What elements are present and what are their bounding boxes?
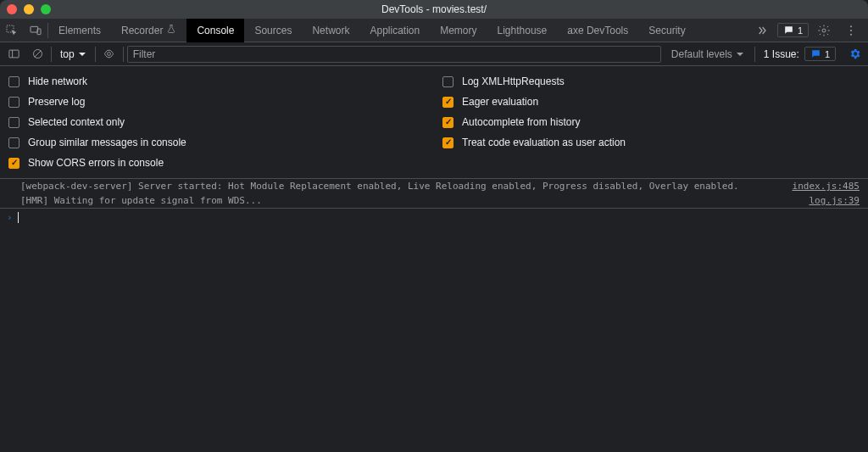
clear-console-icon[interactable] bbox=[27, 44, 47, 64]
svg-point-11 bbox=[108, 53, 111, 56]
tab-sources[interactable]: Sources bbox=[244, 19, 302, 42]
issues-count: 1 bbox=[825, 49, 830, 59]
kebab-menu-icon[interactable] bbox=[839, 19, 863, 42]
settings-column-left: Hide network Preserve log Selected conte… bbox=[0, 71, 434, 173]
setting-code-eval-user-action[interactable]: Treat code evaluation as user action bbox=[434, 132, 868, 153]
setting-eager-evaluation[interactable]: Eager evaluation bbox=[434, 92, 868, 112]
panel-tabs: Elements Recorder Console Sources Networ… bbox=[48, 19, 696, 42]
titlebar: DevTools - movies.test/ bbox=[0, 0, 868, 19]
tab-axe-devtools[interactable]: axe DevTools bbox=[557, 19, 638, 42]
more-tabs-icon[interactable] bbox=[750, 19, 774, 42]
tab-console[interactable]: Console bbox=[186, 19, 244, 42]
issues-badge: 1 bbox=[804, 47, 836, 61]
main-toolbar: Elements Recorder Console Sources Networ… bbox=[0, 19, 868, 42]
setting-hide-network[interactable]: Hide network bbox=[0, 71, 434, 92]
checkbox[interactable] bbox=[442, 76, 453, 87]
traffic-lights bbox=[7, 4, 51, 14]
setting-autocomplete-history[interactable]: Autocomplete from history bbox=[434, 112, 868, 132]
svg-point-4 bbox=[850, 25, 852, 27]
cursor bbox=[18, 212, 19, 223]
log-entry: [webpack-dev-server] Server started: Hot… bbox=[0, 179, 868, 193]
console-prompt[interactable]: › bbox=[0, 208, 868, 226]
svg-rect-7 bbox=[8, 50, 18, 58]
svg-rect-1 bbox=[31, 26, 38, 32]
tab-elements[interactable]: Elements bbox=[48, 19, 111, 42]
svg-line-10 bbox=[34, 51, 41, 58]
live-expression-icon[interactable] bbox=[99, 44, 120, 64]
messages-badge[interactable]: 1 bbox=[777, 23, 809, 37]
console-toolbar: top Default levels 1 Issue: 1 bbox=[0, 42, 868, 66]
inspect-element-icon[interactable] bbox=[0, 19, 24, 42]
separator bbox=[95, 47, 96, 62]
messages-count: 1 bbox=[798, 25, 803, 36]
chevron-right-icon: › bbox=[7, 212, 13, 223]
checkbox[interactable] bbox=[8, 97, 19, 108]
setting-preserve-log[interactable]: Preserve log bbox=[0, 92, 434, 112]
issues-button[interactable]: 1 Issue: 1 bbox=[759, 47, 841, 61]
tab-lighthouse[interactable]: Lighthouse bbox=[487, 19, 558, 42]
svg-point-3 bbox=[822, 29, 826, 32]
log-source-link[interactable]: log.js:39 bbox=[798, 195, 860, 206]
separator bbox=[754, 47, 755, 62]
checkbox[interactable] bbox=[8, 137, 19, 148]
issues-label: 1 Issue: bbox=[764, 48, 799, 60]
tab-network[interactable]: Network bbox=[302, 19, 359, 42]
settings-gear-icon[interactable] bbox=[812, 19, 836, 42]
log-levels-selector[interactable]: Default levels bbox=[665, 48, 751, 60]
flask-icon bbox=[166, 24, 176, 36]
checkbox[interactable] bbox=[442, 97, 453, 108]
toggle-sidebar-icon[interactable] bbox=[3, 44, 24, 64]
filter-input[interactable] bbox=[127, 46, 661, 63]
maximize-window-button[interactable] bbox=[41, 4, 51, 14]
close-window-button[interactable] bbox=[7, 4, 17, 14]
tab-security[interactable]: Security bbox=[638, 19, 695, 42]
chevron-down-icon bbox=[78, 50, 86, 59]
checkbox[interactable] bbox=[8, 158, 19, 169]
log-message: [HMR] Waiting for update signal from WDS… bbox=[20, 195, 798, 206]
checkbox[interactable] bbox=[442, 117, 453, 128]
checkbox[interactable] bbox=[442, 137, 453, 148]
setting-log-xhr[interactable]: Log XMLHttpRequests bbox=[434, 71, 868, 92]
checkbox[interactable] bbox=[8, 76, 19, 87]
levels-label: Default levels bbox=[671, 48, 732, 60]
separator bbox=[123, 47, 124, 62]
log-entry: [HMR] Waiting for update signal from WDS… bbox=[0, 193, 868, 208]
console-settings-gear-icon[interactable] bbox=[844, 44, 865, 64]
console-settings-panel: Hide network Preserve log Selected conte… bbox=[0, 66, 868, 179]
settings-column-right: Log XMLHttpRequests Eager evaluation Aut… bbox=[434, 71, 868, 173]
setting-selected-context-only[interactable]: Selected context only bbox=[0, 112, 434, 132]
tab-application[interactable]: Application bbox=[359, 19, 430, 42]
svg-point-5 bbox=[850, 30, 852, 31]
context-selector[interactable]: top bbox=[55, 48, 92, 60]
window-title: DevTools - movies.test/ bbox=[0, 3, 868, 15]
tab-memory[interactable]: Memory bbox=[430, 19, 487, 42]
minimize-window-button[interactable] bbox=[24, 4, 34, 14]
separator bbox=[51, 47, 52, 62]
svg-point-6 bbox=[850, 33, 852, 35]
tab-recorder[interactable]: Recorder bbox=[111, 19, 186, 42]
console-output: [webpack-dev-server] Server started: Hot… bbox=[0, 179, 868, 226]
device-toolbar-icon[interactable] bbox=[24, 19, 47, 42]
setting-show-cors-errors[interactable]: Show CORS errors in console bbox=[0, 153, 434, 173]
setting-group-similar[interactable]: Group similar messages in console bbox=[0, 132, 434, 153]
chevron-down-icon bbox=[736, 50, 744, 59]
toolbar-right: 1 bbox=[750, 19, 868, 42]
log-message: [webpack-dev-server] Server started: Hot… bbox=[20, 181, 782, 192]
checkbox[interactable] bbox=[8, 117, 19, 128]
log-source-link[interactable]: index.js:485 bbox=[782, 181, 860, 192]
context-label: top bbox=[60, 48, 75, 60]
